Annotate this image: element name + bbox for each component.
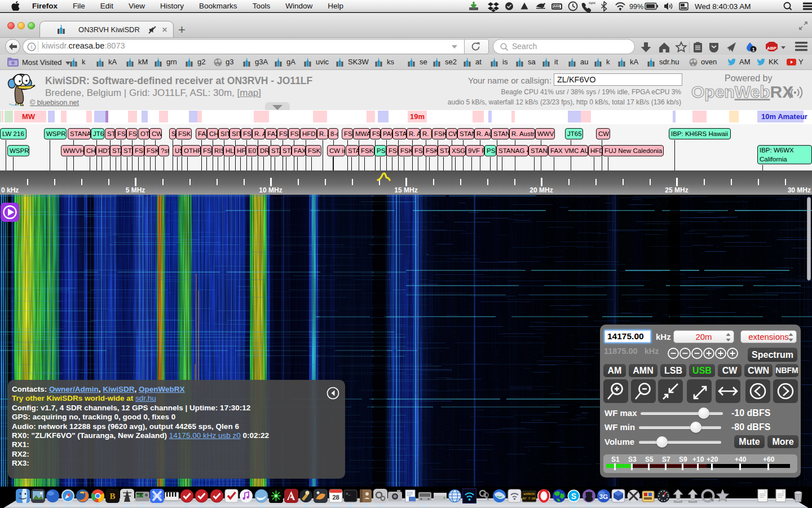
- svg-text:28: 28: [332, 494, 339, 501]
- svg-text:Wed 8:40:03 AM: Wed 8:40:03 AM: [695, 2, 751, 11]
- svg-text:3G: 3G: [599, 493, 608, 500]
- svg-text:WARNIN: WARNIN: [524, 492, 535, 496]
- svg-text:ABP: ABP: [767, 46, 777, 51]
- svg-text:>_: >_: [346, 492, 351, 496]
- svg-text:NY 7:06: NY 7:06: [523, 497, 536, 501]
- svg-text:S: S: [571, 492, 576, 501]
- svg-text:99%: 99%: [629, 3, 643, 11]
- svg-text:1: 1: [752, 47, 755, 52]
- svg-text:i: i: [31, 44, 33, 50]
- svg-text:B: B: [109, 492, 115, 501]
- svg-text:WSPR: WSPR: [153, 494, 161, 498]
- svg-text:88.5: 88.5: [136, 494, 143, 498]
- svg-text:digital: digital: [589, 2, 595, 5]
